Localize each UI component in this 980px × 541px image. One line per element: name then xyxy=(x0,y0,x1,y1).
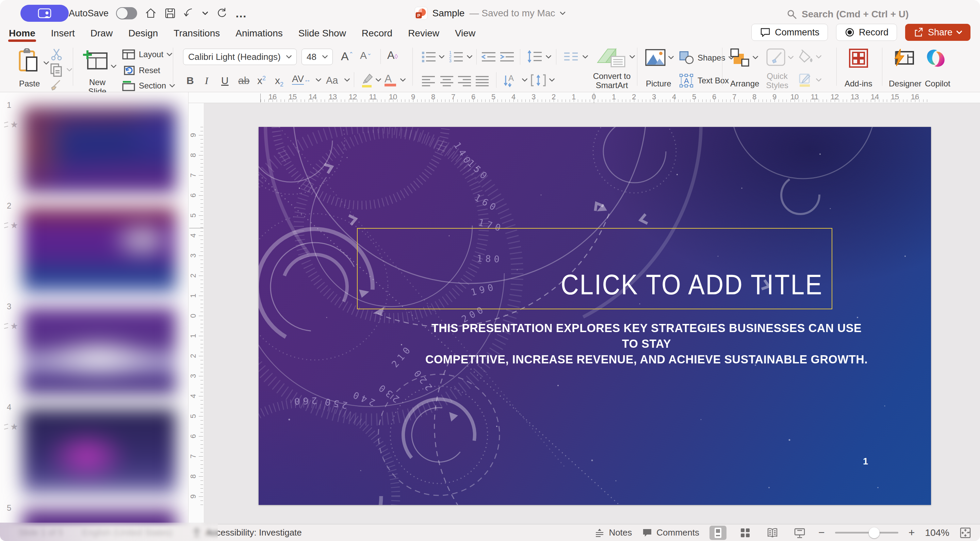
redo-icon[interactable] xyxy=(215,7,228,19)
line-spacing-chevron-icon[interactable] xyxy=(546,55,551,59)
slideshow-view-button[interactable] xyxy=(791,526,808,540)
app-switcher-button[interactable] xyxy=(21,5,69,22)
shrink-font-button[interactable]: A⌄ xyxy=(360,50,372,61)
fit-to-window-button[interactable] xyxy=(959,527,971,539)
numbering-chevron-icon[interactable] xyxy=(467,55,472,59)
change-case-button[interactable]: Aa xyxy=(326,75,338,86)
bold-button[interactable]: B xyxy=(186,75,194,86)
paste-chevron-icon[interactable] xyxy=(43,61,49,65)
layout-button[interactable]: Layout xyxy=(122,49,172,60)
picture-chevron-icon[interactable] xyxy=(668,56,674,59)
align-left-button[interactable] xyxy=(421,75,436,88)
convert-smartart-button[interactable] xyxy=(596,48,627,70)
tab-transitions[interactable]: Transitions xyxy=(173,27,220,39)
language-status[interactable]: English (United States) xyxy=(82,527,172,538)
zoom-in-button[interactable]: + xyxy=(908,527,915,539)
character-spacing-button[interactable]: AV↔ xyxy=(292,73,311,84)
new-slide-button[interactable] xyxy=(82,49,109,73)
reading-view-button[interactable] xyxy=(764,526,781,540)
normal-view-button[interactable] xyxy=(710,526,727,540)
shape-fill-chevron-icon[interactable] xyxy=(816,55,821,59)
shape-outline-chevron-icon[interactable] xyxy=(816,78,821,82)
tab-slide-show[interactable]: Slide Show xyxy=(298,27,346,39)
share-button[interactable]: Share xyxy=(905,24,970,41)
align-text-chevron-icon[interactable] xyxy=(549,78,555,82)
columns-button[interactable] xyxy=(563,51,579,64)
text-box-button[interactable]: A Text Box xyxy=(679,73,729,88)
slide-sorter-view-button[interactable] xyxy=(737,526,754,540)
smartart-chevron-icon[interactable] xyxy=(630,55,635,59)
text-direction-chevron-icon[interactable] xyxy=(522,78,527,82)
arrange-button[interactable] xyxy=(730,48,750,69)
tab-review[interactable]: Review xyxy=(408,27,439,39)
slide-thumbnail-2[interactable] xyxy=(22,207,176,294)
zoom-slider[interactable] xyxy=(835,532,898,533)
font-name-combo[interactable]: Calibri Light (Headings) xyxy=(183,49,297,65)
cut-icon[interactable] xyxy=(50,48,63,63)
tab-view[interactable]: View xyxy=(455,27,476,39)
shapes-button[interactable]: Shapes xyxy=(679,51,734,65)
slide-1-editing-surface[interactable]: 140150160170180190200210220230240250260 … xyxy=(259,127,931,505)
bullets-chevron-icon[interactable] xyxy=(439,55,444,59)
font-color-chevron-icon[interactable] xyxy=(400,78,406,82)
italic-button[interactable]: I xyxy=(205,75,208,86)
reset-button[interactable]: Reset xyxy=(122,65,160,76)
search-input[interactable]: Search (Cmd + Ctrl + U) xyxy=(787,9,908,20)
numbering-button[interactable]: 123 xyxy=(449,50,463,65)
save-icon[interactable] xyxy=(164,8,176,19)
shape-outline-button[interactable] xyxy=(798,73,813,89)
text-direction-button[interactable]: A xyxy=(503,73,519,89)
strikethrough-button[interactable]: ab xyxy=(238,75,250,86)
subscript-button[interactable]: x2 xyxy=(275,75,283,88)
zoom-level[interactable]: 104% xyxy=(925,527,950,538)
format-painter-icon[interactable] xyxy=(50,79,63,93)
increase-indent-button[interactable] xyxy=(500,50,514,65)
zoom-out-button[interactable]: − xyxy=(818,527,825,539)
more-commands-icon[interactable]: … xyxy=(235,7,247,20)
shape-fill-button[interactable] xyxy=(798,50,813,65)
font-size-combo[interactable]: 48 xyxy=(301,49,333,65)
quick-styles-button[interactable] xyxy=(766,48,785,67)
bullets-button[interactable] xyxy=(421,50,436,65)
superscript-button[interactable]: x2 xyxy=(257,75,266,86)
comments-button[interactable]: Comments xyxy=(751,24,828,41)
copilot-button[interactable] xyxy=(926,49,945,69)
slide-thumbnail-5[interactable] xyxy=(22,509,176,524)
subtitle-text[interactable]: THIS PRESENTATION EXPLORES KEY STRATEGIE… xyxy=(422,320,871,367)
section-button[interactable]: Section xyxy=(122,80,175,91)
decrease-indent-button[interactable] xyxy=(481,50,496,65)
undo-chevron-icon[interactable] xyxy=(202,11,208,15)
arrange-chevron-icon[interactable] xyxy=(753,56,758,59)
align-center-button[interactable] xyxy=(440,75,454,88)
undo-icon[interactable] xyxy=(183,7,195,19)
quick-styles-chevron-icon[interactable] xyxy=(788,56,794,59)
slide-thumbnail-1[interactable] xyxy=(22,107,176,193)
underline-button[interactable]: U xyxy=(221,75,229,86)
comments-toggle[interactable]: Comments xyxy=(642,527,699,538)
highlight-color-button[interactable] xyxy=(360,73,374,89)
tab-insert[interactable]: Insert xyxy=(51,27,75,39)
record-button[interactable]: Record xyxy=(836,24,897,41)
tab-design[interactable]: Design xyxy=(128,27,158,39)
slide-thumbnail-4[interactable] xyxy=(22,409,176,495)
clear-formatting-button[interactable]: A◊ xyxy=(387,49,398,62)
title-placeholder[interactable]: CLICK TO ADD TITLE xyxy=(357,228,832,309)
line-spacing-button[interactable] xyxy=(527,50,542,65)
align-right-button[interactable] xyxy=(457,75,472,88)
tab-draw[interactable]: Draw xyxy=(91,27,113,39)
document-title-group[interactable]: P Sample — Saved to my Mac xyxy=(414,0,565,27)
copy-icon[interactable] xyxy=(49,63,64,79)
align-text-button[interactable] xyxy=(531,73,546,89)
copy-chevron-icon[interactable] xyxy=(67,68,72,72)
highlight-chevron-icon[interactable] xyxy=(375,78,381,82)
slide-thumbnail-3[interactable] xyxy=(22,308,176,395)
home-icon[interactable] xyxy=(145,8,157,19)
zoom-slider-thumb[interactable] xyxy=(869,527,880,538)
add-ins-button[interactable] xyxy=(849,48,869,69)
editor-canvas[interactable]: 140150160170180190200210220230240250260 … xyxy=(204,103,980,524)
accessibility-status[interactable]: Accessibility: Investigate xyxy=(192,527,302,538)
picture-button[interactable] xyxy=(645,49,666,67)
case-chevron-icon[interactable] xyxy=(344,78,350,82)
new-slide-chevron-icon[interactable] xyxy=(111,65,116,68)
tab-animations[interactable]: Animations xyxy=(235,27,283,39)
